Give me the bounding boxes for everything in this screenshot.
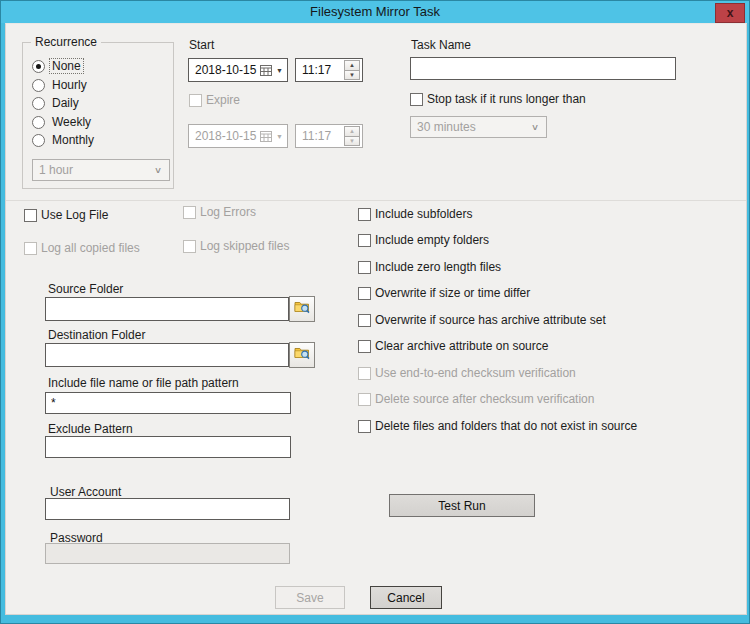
checkbox-box <box>358 393 371 406</box>
checkbox-label: Include subfolders <box>375 207 472 221</box>
delete-missing-checkbox[interactable]: Delete files and folders that do not exi… <box>358 419 637 433</box>
checkbox-label: Delete files and folders that do not exi… <box>375 419 637 433</box>
checkbox-box <box>358 367 371 380</box>
checkbox-label: Include zero length files <box>375 260 501 274</box>
source-folder-input[interactable] <box>45 297 289 321</box>
user-account-label: User Account <box>50 485 121 499</box>
checkbox-box <box>410 93 423 106</box>
recurrence-radio-weekly[interactable]: Weekly <box>32 115 93 129</box>
checkbox-label: Use Log File <box>41 208 108 222</box>
stop-task-checkbox[interactable]: Stop task if it runs longer than <box>410 92 586 106</box>
destination-folder-label: Destination Folder <box>48 328 145 342</box>
time-spinner[interactable]: ▲▼ <box>344 60 360 80</box>
include-pattern-input[interactable] <box>45 392 291 414</box>
section-separator <box>6 200 746 201</box>
radio-label: Weekly <box>50 115 93 129</box>
checkbox-box <box>358 234 371 247</box>
start-time-field[interactable]: 11:17 ▲▼ <box>295 58 363 82</box>
checkbox-label: Log all copied files <box>41 241 140 255</box>
dropdown-value: 30 minutes <box>417 120 476 134</box>
checkbox-label: Use end-to-end checksum verification <box>375 366 576 380</box>
exclude-pattern-label: Exclude Pattern <box>48 422 133 436</box>
checkbox-box <box>183 240 196 253</box>
chevron-down-icon: ∨ <box>154 166 169 175</box>
checkbox-label: Expire <box>206 93 240 107</box>
window-title: Filesystem Mirror Task <box>1 1 749 23</box>
save-button: Save <box>275 586 345 609</box>
log-errors-checkbox: Log Errors <box>183 205 256 219</box>
folder-search-icon <box>294 300 311 318</box>
exclude-pattern-input[interactable] <box>45 436 291 458</box>
recurrence-radio-hourly[interactable]: Hourly <box>32 78 89 92</box>
spin-up-icon: ▲ <box>345 127 359 136</box>
checkbox-label: Clear archive attribute on source <box>375 339 548 353</box>
dialog-window: Filesystem Mirror Task x Recurrence None… <box>0 0 750 624</box>
recurrence-radio-daily[interactable]: Daily <box>32 96 81 110</box>
checkbox-label: Delete source after checksum verificatio… <box>375 392 594 406</box>
clear-archive-checkbox[interactable]: Clear archive attribute on source <box>358 339 548 353</box>
time-spinner: ▲▼ <box>344 126 360 146</box>
expire-date-picker: 2018-10-15 ▼ <box>188 124 288 148</box>
checkbox-box <box>358 208 371 221</box>
include-pattern-label: Include file name or file path pattern <box>48 376 239 390</box>
radio-label: Hourly <box>50 78 89 92</box>
checkbox-label: Log skipped files <box>200 239 289 253</box>
password-input <box>45 543 290 564</box>
spin-down-icon[interactable]: ▼ <box>345 70 359 80</box>
recurrence-radio-monthly[interactable]: Monthly <box>32 133 96 147</box>
checkbox-box <box>183 206 196 219</box>
source-browse-button[interactable] <box>289 296 315 322</box>
delete-after-checksum-checkbox: Delete source after checksum verificatio… <box>358 392 594 406</box>
destination-browse-button[interactable] <box>289 342 315 368</box>
start-date-picker[interactable]: 2018-10-15 ▼ <box>188 58 288 82</box>
radio-dot <box>32 97 45 110</box>
cancel-button[interactable]: Cancel <box>370 586 442 609</box>
dialog-body: Recurrence None Hourly Daily Weekly Mont… <box>5 23 747 615</box>
radio-label: Monthly <box>50 133 96 147</box>
checkbox-box <box>358 340 371 353</box>
checkbox-box <box>24 209 37 222</box>
close-button[interactable]: x <box>715 3 745 23</box>
include-zero-length-checkbox[interactable]: Include zero length files <box>358 260 501 274</box>
radio-label: Daily <box>50 96 81 110</box>
overwrite-archive-checkbox[interactable]: Overwrite if source has archive attribut… <box>358 313 606 327</box>
date-value: 2018-10-15 <box>195 129 256 143</box>
checkbox-label: Overwrite if source has archive attribut… <box>375 313 606 327</box>
checkbox-box <box>358 314 371 327</box>
task-name-label: Task Name <box>411 38 471 52</box>
radio-dot <box>32 79 45 92</box>
recurrence-radio-none[interactable]: None <box>32 59 83 73</box>
checkbox-label: Log Errors <box>200 205 256 219</box>
destination-folder-input[interactable] <box>45 343 289 367</box>
include-empty-folders-checkbox[interactable]: Include empty folders <box>358 233 489 247</box>
checkbox-label: Include empty folders <box>375 233 489 247</box>
expire-checkbox: Expire <box>189 93 240 107</box>
dropdown-arrow-icon: ▼ <box>276 133 283 140</box>
folder-search-icon <box>294 346 311 364</box>
recurrence-interval-dropdown: 1 hour ∨ <box>32 159 170 181</box>
dropdown-arrow-icon: ▼ <box>276 67 283 74</box>
dropdown-value: 1 hour <box>39 163 73 177</box>
task-name-input[interactable] <box>410 57 676 80</box>
checkbox-label: Overwrite if size or time differ <box>375 286 530 300</box>
checkbox-label: Stop task if it runs longer than <box>427 92 586 106</box>
start-label: Start <box>189 38 214 52</box>
chevron-down-icon: ∨ <box>531 123 546 132</box>
overwrite-size-time-checkbox[interactable]: Overwrite if size or time differ <box>358 286 530 300</box>
log-all-copied-checkbox: Log all copied files <box>24 241 140 255</box>
test-run-button[interactable]: Test Run <box>389 494 535 517</box>
source-folder-label: Source Folder <box>48 282 123 296</box>
spin-down-icon: ▼ <box>345 136 359 146</box>
include-subfolders-checkbox[interactable]: Include subfolders <box>358 207 472 221</box>
checkbox-box <box>24 242 37 255</box>
recurrence-group-label: Recurrence <box>31 35 101 49</box>
use-log-file-checkbox[interactable]: Use Log File <box>24 208 108 222</box>
calendar-icon <box>260 64 272 76</box>
user-account-input[interactable] <box>45 498 290 520</box>
time-value: 11:17 <box>302 129 331 143</box>
timeout-dropdown: 30 minutes ∨ <box>410 116 547 138</box>
spin-up-icon[interactable]: ▲ <box>345 61 359 70</box>
checksum-verification-checkbox: Use end-to-end checksum verification <box>358 366 576 380</box>
radio-label: None <box>50 59 83 73</box>
radio-dot <box>32 134 45 147</box>
